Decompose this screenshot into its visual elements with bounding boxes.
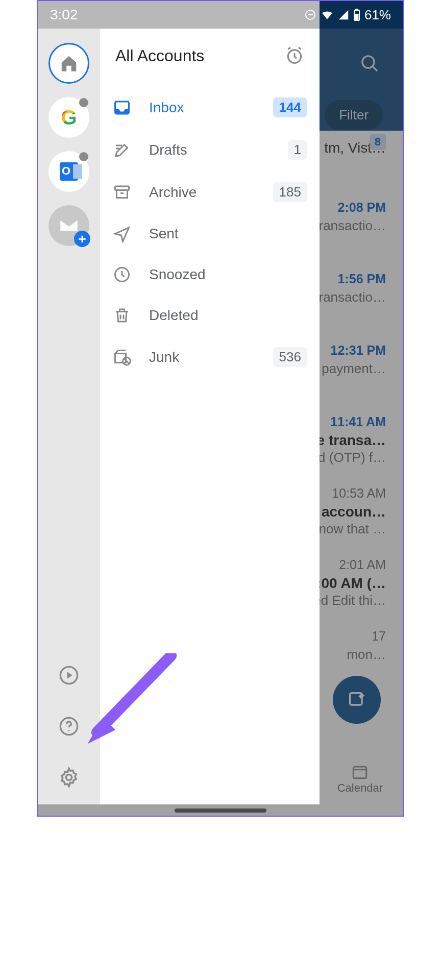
navigation-drawer: + All Accounts bbox=[38, 29, 320, 804]
folder-inbox[interactable]: Inbox 144 bbox=[100, 86, 320, 129]
svg-point-8 bbox=[66, 774, 71, 780]
battery-icon bbox=[353, 9, 360, 21]
folder-sent[interactable]: Sent bbox=[100, 213, 320, 254]
wifi-icon bbox=[321, 8, 334, 21]
add-account-button[interactable]: + bbox=[48, 205, 89, 246]
send-icon bbox=[112, 225, 132, 243]
folder-count: 1 bbox=[288, 140, 307, 160]
folder-count: 185 bbox=[273, 182, 307, 202]
account-rail: + bbox=[38, 29, 100, 804]
svg-point-7 bbox=[68, 730, 70, 731]
folder-archive[interactable]: Archive 185 bbox=[100, 171, 320, 213]
folder-list: Inbox 144 Drafts 1 Archive 185 bbox=[100, 83, 320, 381]
battery-percent: 61% bbox=[364, 7, 391, 23]
do-not-disturb-button[interactable] bbox=[285, 46, 304, 65]
play-circle-icon bbox=[59, 665, 79, 685]
folder-count: 144 bbox=[273, 97, 307, 117]
clock-icon bbox=[112, 265, 132, 284]
folder-label: Junk bbox=[149, 349, 179, 365]
status-time: 3:02 bbox=[50, 7, 78, 23]
account-home[interactable] bbox=[48, 43, 89, 84]
inbox-icon bbox=[112, 99, 132, 117]
folder-count: 536 bbox=[273, 347, 307, 367]
gear-icon bbox=[58, 767, 80, 788]
status-indicators: 61% bbox=[304, 7, 391, 23]
pencil-icon bbox=[112, 141, 132, 159]
folder-label: Deleted bbox=[149, 307, 199, 324]
drawer-title: All Accounts bbox=[115, 46, 204, 65]
svg-rect-11 bbox=[115, 186, 129, 190]
folder-snoozed[interactable]: Snoozed bbox=[100, 254, 320, 295]
outlook-logo-icon bbox=[60, 162, 78, 181]
folder-label: Drafts bbox=[149, 142, 187, 158]
settings-button[interactable] bbox=[58, 767, 80, 788]
plus-icon: + bbox=[74, 231, 90, 247]
folder-deleted[interactable]: Deleted bbox=[100, 295, 320, 336]
device-frame: Filter 8 tm, Vist… 2:08 PM transactio… 1… bbox=[37, 0, 404, 817]
drawer-header: All Accounts bbox=[100, 29, 320, 83]
account-outlook[interactable] bbox=[48, 151, 89, 192]
folder-label: Snoozed bbox=[149, 266, 206, 283]
dnd-icon bbox=[304, 9, 316, 21]
play-button[interactable] bbox=[58, 665, 80, 686]
junk-icon bbox=[112, 348, 132, 366]
svg-rect-17 bbox=[356, 9, 358, 10]
folder-label: Inbox bbox=[149, 100, 184, 116]
help-button[interactable] bbox=[58, 716, 80, 737]
gesture-nav-pill[interactable] bbox=[175, 808, 266, 813]
signal-icon bbox=[338, 9, 349, 20]
help-circle-icon bbox=[59, 716, 79, 737]
google-logo-icon bbox=[59, 107, 79, 128]
alarm-clock-icon bbox=[285, 46, 304, 65]
notification-dot bbox=[79, 152, 88, 161]
account-google[interactable] bbox=[48, 97, 89, 138]
folder-label: Sent bbox=[149, 226, 179, 242]
home-icon bbox=[59, 54, 79, 73]
folder-junk[interactable]: Junk 536 bbox=[100, 336, 320, 378]
archive-icon bbox=[112, 183, 132, 202]
notification-dot bbox=[79, 98, 88, 107]
trash-icon bbox=[112, 306, 132, 325]
folder-label: Archive bbox=[149, 184, 197, 201]
svg-rect-18 bbox=[355, 14, 358, 20]
status-bar: 3:02 61% bbox=[38, 1, 403, 29]
folder-panel: All Accounts Inbox 144 Draft bbox=[100, 29, 320, 804]
folder-drafts[interactable]: Drafts 1 bbox=[100, 129, 320, 171]
